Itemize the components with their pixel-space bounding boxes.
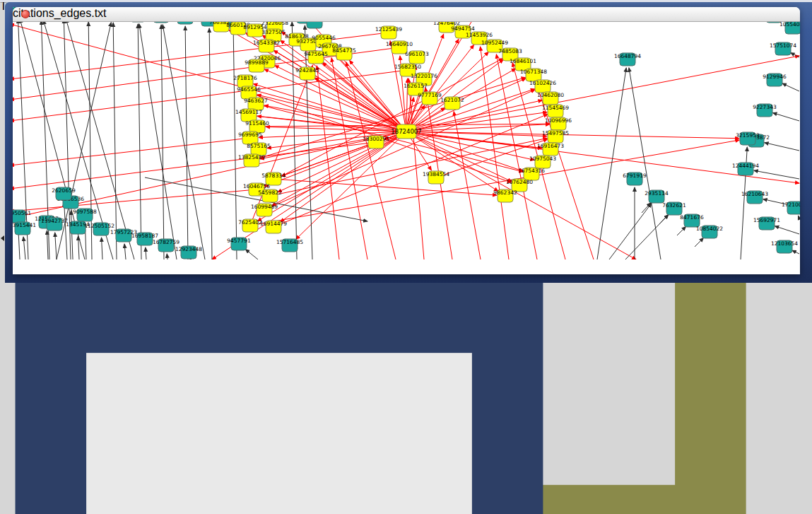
network-node[interactable]: 9862342	[493, 189, 517, 202]
network-edge[interactable]	[798, 216, 799, 218]
close-icon[interactable]	[21, 10, 30, 18]
network-edge[interactable]	[245, 250, 258, 259]
network-edge[interactable]	[629, 68, 661, 259]
network-node[interactable]: 10975043	[529, 156, 556, 168]
network-node[interactable]: 7632621	[662, 202, 686, 215]
node-label: 15497585	[542, 130, 569, 136]
network-node[interactable]: 13825439	[238, 154, 265, 167]
network-edge[interactable]	[754, 170, 799, 179]
network-node[interactable]: 6961073	[405, 51, 429, 64]
network-node[interactable]: 11545469	[542, 105, 569, 117]
network-node[interactable]: 16648794	[614, 53, 641, 66]
network-node[interactable]: 9129946	[763, 74, 787, 86]
network-node[interactable]: 7625402	[238, 219, 262, 232]
network-node[interactable]: 2935114	[645, 190, 669, 203]
node-label: 12103654	[771, 240, 798, 247]
panel-collapse-arrow[interactable]	[1, 235, 4, 241]
node-label: 15751074	[770, 42, 796, 49]
node-label: 7625402	[238, 219, 262, 226]
network-edge[interactable]	[252, 77, 526, 160]
network-edge[interactable]	[102, 238, 102, 259]
node-label: 13942737	[41, 218, 68, 224]
network-edge[interactable]	[792, 250, 799, 254]
network-edge[interactable]	[23, 237, 25, 259]
node-label: 1345194	[66, 221, 90, 228]
network-edge[interactable]	[71, 211, 73, 259]
network-edge[interactable]	[13, 138, 250, 165]
network-edge[interactable]	[124, 244, 126, 259]
network-edge[interactable]	[185, 26, 188, 259]
network-edge[interactable]	[13, 189, 257, 211]
network-node[interactable]: 17210044	[782, 201, 800, 214]
network-edge[interactable]	[642, 203, 651, 213]
network-node[interactable]: 9777169	[418, 92, 442, 105]
network-edge[interactable]	[78, 236, 79, 259]
network-edge[interactable]	[146, 247, 146, 259]
zoom-icon[interactable]	[13, 10, 21, 18]
node-label: 16754316	[518, 168, 545, 174]
network-node[interactable]: 19384554	[423, 171, 449, 184]
network-node[interactable]: 16914479	[260, 221, 287, 233]
network-node[interactable]: 10554088	[779, 21, 800, 34]
node-label: 16640910	[386, 41, 413, 47]
node-label: 2718176	[233, 75, 257, 81]
network-window-titlebar[interactable]: citations_edges.txt	[13, 7, 800, 22]
node-label: 16099489	[251, 204, 278, 210]
network-edge[interactable]	[163, 25, 205, 259]
node-label: 9899889	[245, 59, 269, 66]
network-edge[interactable]	[275, 65, 406, 132]
node-label: 7632621	[662, 202, 686, 209]
network-node[interactable]: 9457791	[227, 238, 251, 250]
network-edge[interactable]	[167, 254, 167, 259]
network-edge[interactable]	[775, 226, 799, 234]
network-edge[interactable]	[64, 202, 67, 259]
minimize-icon[interactable]	[36, 10, 45, 18]
node-label: 10554088	[779, 21, 800, 28]
network-edge[interactable]	[47, 230, 48, 259]
network-node[interactable]: 10854022	[696, 226, 723, 238]
network-edge[interactable]	[772, 113, 799, 121]
node-label: 18724007	[391, 128, 421, 135]
node-label: 12125439	[375, 26, 402, 33]
network-edge[interactable]	[609, 204, 652, 259]
node-label: 9699695	[238, 132, 262, 138]
network-node[interactable]: 6791919	[623, 173, 647, 185]
network-node[interactable]: 15692971	[753, 217, 780, 230]
node-label: 8454775	[332, 47, 356, 54]
network-edge[interactable]	[209, 28, 212, 259]
node-label: 3215953	[736, 132, 760, 139]
node-label: 9862342	[493, 189, 517, 196]
network-canvas[interactable]: 2053153403557420691406106532871527602646…	[13, 7, 800, 262]
network-edge[interactable]	[233, 30, 237, 259]
network-edge[interactable]	[677, 226, 686, 235]
network-node[interactable]: 12923448	[175, 246, 202, 259]
node-label: 9475645	[304, 51, 328, 57]
network-window: citations_edges.txt 20531534035574206914…	[13, 7, 800, 274]
network-edge[interactable]	[695, 238, 704, 247]
network-node[interactable]: 16210643	[741, 191, 768, 204]
network-node[interactable]: 9097588	[73, 209, 97, 221]
network-edge[interactable]	[272, 132, 406, 206]
network-edge[interactable]	[55, 233, 57, 259]
node-label: 2935114	[645, 190, 669, 197]
network-edge[interactable]	[406, 56, 799, 132]
node-label: 16782759	[153, 239, 180, 245]
network-window-title: citations_edges.txt	[13, 7, 800, 20]
network-edge[interactable]	[625, 215, 669, 259]
network-edge[interactable]	[765, 143, 799, 151]
network-node[interactable]: 17950561	[13, 210, 31, 223]
network-edge[interactable]	[782, 83, 799, 91]
node-label: 3327505	[261, 29, 286, 35]
network-node[interactable]: 12125439	[375, 26, 402, 39]
network-node[interactable]: 12444194	[732, 163, 759, 175]
network-edge[interactable]	[597, 68, 626, 259]
node-label: 10462080	[537, 92, 564, 98]
node-label: 16210643	[741, 191, 768, 197]
network-node[interactable]: 9227343	[753, 104, 777, 117]
network-node[interactable]: 13915441	[13, 222, 36, 235]
network-node[interactable]: 15751074	[770, 42, 796, 55]
node-label: 8471676	[680, 214, 704, 221]
network-edge[interactable]	[296, 132, 406, 240]
node-label: 16958187	[131, 233, 158, 239]
network-node[interactable]: 15716485	[276, 239, 303, 252]
